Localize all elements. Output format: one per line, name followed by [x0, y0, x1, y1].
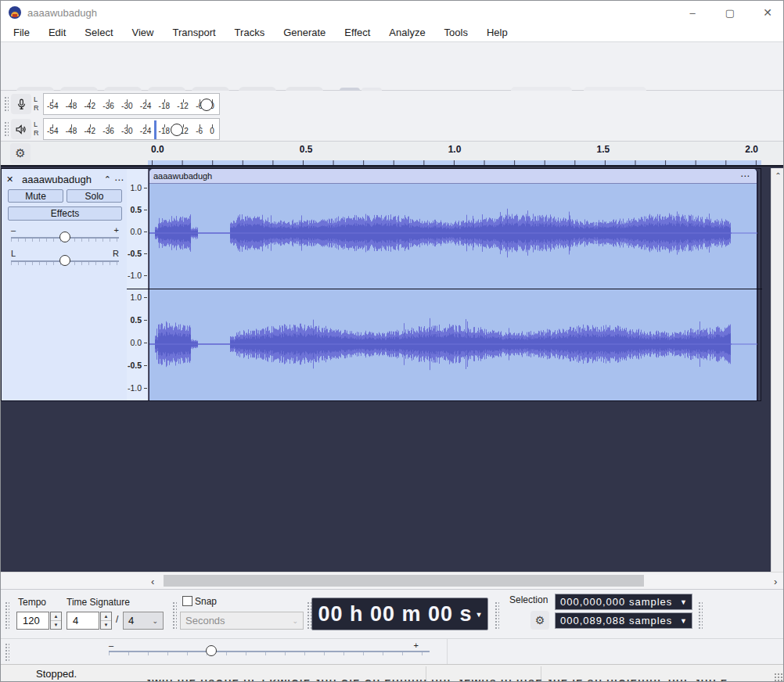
resize-grip[interactable] — [774, 673, 783, 682]
pan-right-label: R — [113, 249, 119, 258]
meter-scale-label: -12 — [177, 99, 188, 110]
status-bar: Stopped. JWIH IHE HSQHE HL I KWIGIE JHH … — [1, 664, 784, 682]
dropdown-arrow-icon: ▼ — [680, 598, 687, 606]
record-meter-mic-button[interactable] — [11, 94, 31, 114]
toolbar-area: Audio Setup Share Audio — [1, 41, 784, 91]
clip-header[interactable]: aaaawubadugh ⋯ — [149, 169, 757, 184]
horizontal-scrollbar[interactable]: ‹ › — [1, 572, 784, 589]
track-name[interactable]: aaaawubadugh — [19, 174, 101, 185]
scroll-up-icon[interactable]: ⌃ — [775, 171, 781, 180]
time-signature-spinner[interactable]: ▲▼ — [100, 612, 112, 630]
menu-item[interactable]: Edit — [39, 24, 75, 41]
menu-item[interactable]: Select — [75, 24, 122, 41]
timeline-options-button[interactable]: ⚙ — [10, 143, 31, 163]
meter-scale-label: 0 — [210, 124, 214, 135]
time-signature-upper-input[interactable]: 4 — [67, 612, 99, 630]
toolbar-grip[interactable] — [3, 120, 9, 138]
playback-meter: L R -54-48-42-36-30-24-18-12-60 — [1, 117, 236, 141]
meter-scale-label: -18 — [159, 99, 170, 110]
minimize-button[interactable]: – — [675, 1, 710, 24]
vertical-ruler-label: 0.0 — [130, 338, 145, 347]
record-meter-channel-labels: L R — [34, 92, 39, 116]
speed-min-label: – — [109, 641, 113, 650]
vertical-ruler-label: 0.5 — [130, 315, 145, 325]
vertical-scrollbar[interactable]: ⌃ ⌄ — [771, 168, 784, 580]
track-collapse-button[interactable]: ⌃ — [101, 174, 114, 185]
menu-item[interactable]: Generate — [274, 24, 335, 41]
solo-button[interactable]: Solo — [67, 189, 122, 203]
clipped-background-text: JWIH IHE HSQHE HL I KWIGIE JHH GIE GH EH… — [146, 678, 732, 682]
scroll-right-icon[interactable]: › — [774, 576, 777, 587]
close-button[interactable]: ✕ — [750, 1, 784, 24]
track-canvas[interactable]: ✕ aaaawubadugh ⌃ ⋯ Mute Solo Effects – +… — [1, 165, 784, 572]
pan-slider[interactable]: L R — [11, 253, 119, 269]
snap-mode-dropdown[interactable]: Seconds⌄ — [180, 612, 304, 630]
menu-item[interactable]: Analyze — [379, 24, 434, 41]
timeline-label: 2.0 — [745, 144, 758, 155]
chevron-down-icon: ⌄ — [292, 617, 298, 625]
gain-slider-thumb[interactable] — [59, 232, 70, 242]
menu-item[interactable]: Effect — [335, 24, 379, 41]
playback-meter-scale[interactable]: -54-48-42-36-30-24-18-12-60 — [43, 118, 220, 140]
channel-l-label: L — [34, 120, 39, 129]
vertical-scale-ruler: 1.00.50.0-0.5-1.0 1.00.50.0-0.5-1.0 — [127, 169, 149, 400]
menu-item[interactable]: View — [123, 24, 164, 41]
vertical-ruler-label: -1.0 — [128, 383, 145, 393]
scroll-left-icon[interactable]: ‹ — [151, 576, 154, 587]
selection-options-button[interactable]: ⚙ — [530, 611, 549, 630]
snap-checkbox[interactable] — [182, 596, 192, 606]
channel-r-label: R — [34, 104, 39, 113]
vertical-ruler-label: 1.0 — [130, 183, 145, 192]
time-signature-lower-dropdown[interactable]: 4⌄ — [123, 612, 164, 630]
vertical-ruler-ch1: 1.00.50.0-0.5-1.0 — [127, 183, 147, 280]
track-close-button[interactable]: ✕ — [6, 174, 19, 185]
meter-scale-label: -30 — [121, 124, 132, 135]
track-menu-button[interactable]: ⋯ — [114, 174, 124, 185]
vertical-ruler-label: -0.5 — [128, 249, 145, 258]
pan-slider-thumb[interactable] — [59, 255, 70, 266]
menu-item[interactable]: Transport — [163, 24, 225, 41]
mute-button[interactable]: Mute — [8, 189, 63, 203]
menu-bar: FileEditSelectViewTransportTracksGenerat… — [1, 24, 784, 41]
dropdown-arrow-icon: ▼ — [680, 617, 687, 625]
playback-meter-speaker-button[interactable] — [11, 119, 31, 139]
menu-item[interactable]: File — [4, 24, 39, 41]
toolbar-grip[interactable] — [494, 601, 499, 629]
play-at-speed-toolbar: – + — [1, 638, 784, 664]
waveform[interactable] — [149, 184, 757, 400]
toolbar-grip[interactable] — [3, 95, 9, 113]
gain-max-label: + — [114, 225, 119, 235]
toolbar-grip[interactable] — [171, 601, 177, 629]
play-speed-slider[interactable]: – + — [109, 644, 430, 659]
channel-separator — [127, 289, 762, 289]
toolbar-grip[interactable] — [697, 601, 703, 629]
selection-start-field[interactable]: 000,000,000 samples▼ — [555, 594, 692, 610]
time-signature-divider: / — [116, 614, 118, 625]
horizontal-scroll-thumb[interactable] — [164, 575, 644, 587]
meter-scale-label: -24 — [140, 124, 151, 135]
effects-button[interactable]: Effects — [8, 206, 122, 221]
dropdown-arrow-icon: ▾ — [477, 610, 482, 619]
menu-item[interactable]: Tools — [435, 24, 477, 41]
vertical-ruler-label: 0.5 — [130, 205, 145, 214]
gain-slider[interactable]: – + — [11, 230, 119, 246]
clip-menu-button[interactable]: ⋯ — [740, 170, 750, 181]
tempo-input[interactable]: 120 — [16, 612, 49, 630]
audio-position-display[interactable]: 00 h 00 m 00 s▾ — [311, 598, 488, 630]
menu-item[interactable]: Tracks — [225, 24, 275, 41]
menu-item[interactable]: Help — [477, 24, 517, 41]
audacity-logo-icon — [9, 6, 21, 19]
tempo-spinner[interactable]: ▲▼ — [50, 612, 62, 630]
playback-meter-channel-labels: L R — [34, 117, 39, 141]
record-meter-scale[interactable]: -54-48-42-36-30-24-18-12-60 — [43, 93, 220, 115]
meter-scale-label: -36 — [102, 99, 113, 110]
record-meter: L R -54-48-42-36-30-24-18-12-60 — [1, 92, 236, 116]
toolbar-grip[interactable] — [4, 642, 9, 661]
meter-scale-label: -48 — [66, 124, 77, 135]
toolbar-grip[interactable] — [306, 601, 311, 629]
meter-scale-label: -18 — [159, 124, 170, 135]
audio-clip[interactable]: aaaawubadugh ⋯ — [149, 169, 758, 400]
selection-end-field[interactable]: 000,089,088 samples▼ — [555, 612, 692, 629]
maximize-button[interactable]: ▢ — [713, 1, 747, 24]
toolbar-grip[interactable] — [4, 601, 9, 629]
